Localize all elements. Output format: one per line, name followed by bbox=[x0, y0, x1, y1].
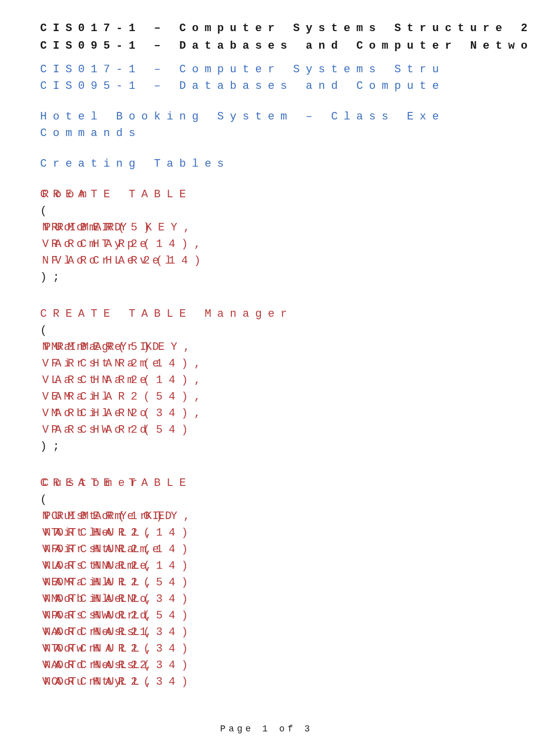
c-county-line: County VARCHAR2(34) NOT NULL, bbox=[40, 674, 533, 690]
manager-id-line: ManagerID NUMBER(5) PRIMARY KEY, bbox=[40, 339, 533, 355]
paren-open: ( bbox=[40, 203, 533, 219]
room-id-a: RoomID bbox=[51, 221, 127, 234]
floor-level-a: FloorLevel bbox=[51, 255, 178, 267]
create-room: CREATE TABLE Room bbox=[40, 186, 533, 203]
room-id-line: RoomID NUMBER(5) PRIMARY KEY, bbox=[40, 219, 533, 236]
paren-open-3: ( bbox=[40, 491, 533, 508]
c-id-a: CustomerID bbox=[51, 510, 178, 523]
page-footer: Page 1 of 3 bbox=[0, 722, 533, 736]
c-email-a: EMail bbox=[51, 576, 114, 589]
paren-close-2: ); bbox=[40, 438, 533, 455]
subheader-line-2: CIS095-1 – Databases and Compute bbox=[40, 78, 533, 94]
subheader-line-1: CIS017-1 – Computer Systems Stru bbox=[40, 61, 533, 78]
manager-id-a: ManagerID bbox=[51, 341, 165, 353]
c-addr2-line: Address2 VARCHAR2(34) NOT NULL, bbox=[40, 657, 533, 674]
c-title-line: Title VARCHAR2(14) NOT NULL, bbox=[40, 525, 533, 541]
m-first-line: FirstName VARCHAR2(14), bbox=[40, 355, 533, 372]
floor-level-line: FloorLevel NVARCHAR2(14) bbox=[40, 253, 533, 269]
c-last-a: LastName bbox=[51, 560, 153, 572]
create-room-a: CREATE TABLE bbox=[40, 188, 192, 201]
c-first-line: FirstName VARCHAR2(14) NOT NULL, bbox=[40, 541, 533, 558]
c-mobile-a: MobileNo bbox=[51, 593, 153, 605]
m-pass-a: PassWord bbox=[51, 424, 153, 436]
create-manager: CREATE TABLE Manager bbox=[40, 306, 533, 322]
m-mobile-line: MobileNo VARCHAR2(34), bbox=[40, 405, 533, 422]
c-mobile-line: MobileNo VARCHAR2(34) NOT NULL, bbox=[40, 591, 533, 607]
room-type-line: RoomType VARCHAR2(14), bbox=[40, 236, 533, 253]
m-pass-line: PassWord VARCHAR2(54) bbox=[40, 422, 533, 438]
doc-title-2: Commands bbox=[40, 125, 533, 142]
c-addr2-a: Address2 bbox=[51, 659, 153, 672]
c-pass-line: PassWord VARCHAR2(54) NOT NULL, bbox=[40, 607, 533, 624]
create-customer-a: CREATE TABLE bbox=[40, 477, 192, 489]
c-first-a: FirstName bbox=[51, 543, 165, 556]
header-line-1: CIS017-1 – Computer Systems Structure 20 bbox=[40, 20, 533, 37]
doc-title-1: Hotel Booking System – Class Exe bbox=[40, 108, 533, 125]
m-last-a: LastName bbox=[51, 374, 153, 387]
paren-close: ); bbox=[40, 269, 533, 286]
c-pass-a: PassWord bbox=[51, 609, 153, 622]
m-last-line: LastName VARCHAR2(14), bbox=[40, 372, 533, 389]
c-addr1-line: Address1 VARCHAR2(34) NOT NULL, bbox=[40, 624, 533, 641]
c-email-line: EMail VARCHAR2(54) NOT NULL, bbox=[40, 574, 533, 591]
c-town-a: Town bbox=[51, 643, 102, 655]
c-town-line: Town VARCHAR2(34) NOT NULL, bbox=[40, 641, 533, 657]
room-type-a: RoomType bbox=[51, 238, 153, 250]
m-first-a: FirstName bbox=[51, 357, 165, 370]
c-title-a: Title bbox=[51, 527, 114, 539]
header-line-2: CIS095-1 – Databases and Computer Networ bbox=[40, 38, 533, 54]
c-id-line: CustomerID NUMBER(10) PRIMARY KEY, bbox=[40, 508, 533, 525]
m-email-line: EMail VARCHAR2(54), bbox=[40, 389, 533, 405]
c-last-line: LastName VARCHAR2(14) NOT NULL, bbox=[40, 558, 533, 574]
m-email-a: EMail bbox=[51, 391, 114, 403]
c-county-a: County bbox=[51, 676, 127, 688]
paren-open-2: ( bbox=[40, 322, 533, 339]
page-content: CIS017-1 – Computer Systems Structure 20… bbox=[0, 0, 533, 690]
section-heading: Creating Tables bbox=[40, 156, 533, 172]
c-addr1-a: Address1 bbox=[51, 626, 153, 639]
create-customer: CREATE TABLE Customer bbox=[40, 475, 533, 491]
m-mobile-a: MobileNo bbox=[51, 407, 153, 420]
